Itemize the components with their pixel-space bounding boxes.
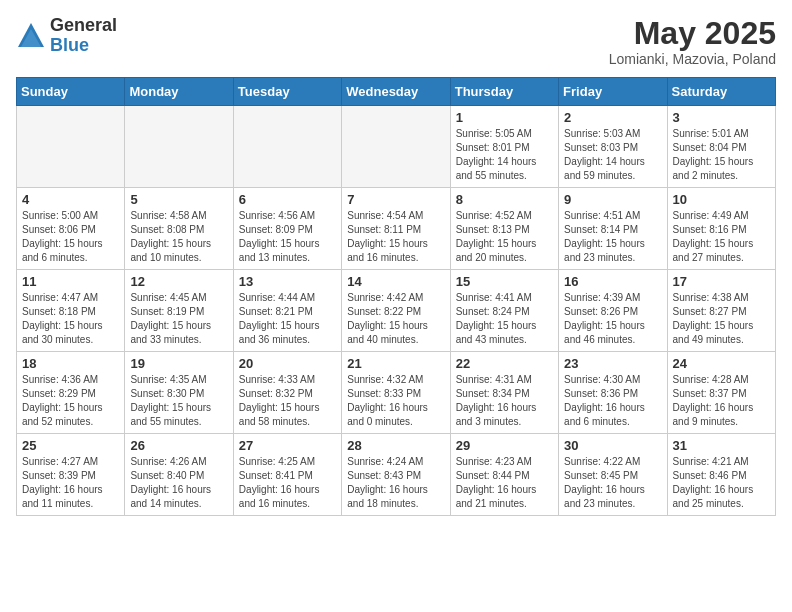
calendar-cell: 25Sunrise: 4:27 AMSunset: 8:39 PMDayligh… — [17, 434, 125, 516]
day-header-thursday: Thursday — [450, 78, 558, 106]
day-number: 29 — [456, 438, 553, 453]
day-header-sunday: Sunday — [17, 78, 125, 106]
day-info: Sunrise: 5:01 AMSunset: 8:04 PMDaylight:… — [673, 127, 770, 183]
day-number: 27 — [239, 438, 336, 453]
calendar-cell: 19Sunrise: 4:35 AMSunset: 8:30 PMDayligh… — [125, 352, 233, 434]
day-info: Sunrise: 4:35 AMSunset: 8:30 PMDaylight:… — [130, 373, 227, 429]
logo: General Blue — [16, 16, 117, 56]
title-section: May 2025 Lomianki, Mazovia, Poland — [609, 16, 776, 67]
calendar-cell: 5Sunrise: 4:58 AMSunset: 8:08 PMDaylight… — [125, 188, 233, 270]
calendar-week-row: 18Sunrise: 4:36 AMSunset: 8:29 PMDayligh… — [17, 352, 776, 434]
calendar-cell: 3Sunrise: 5:01 AMSunset: 8:04 PMDaylight… — [667, 106, 775, 188]
day-info: Sunrise: 4:54 AMSunset: 8:11 PMDaylight:… — [347, 209, 444, 265]
day-info: Sunrise: 4:58 AMSunset: 8:08 PMDaylight:… — [130, 209, 227, 265]
calendar-cell: 30Sunrise: 4:22 AMSunset: 8:45 PMDayligh… — [559, 434, 667, 516]
day-header-monday: Monday — [125, 78, 233, 106]
day-number: 24 — [673, 356, 770, 371]
day-number: 22 — [456, 356, 553, 371]
day-info: Sunrise: 4:39 AMSunset: 8:26 PMDaylight:… — [564, 291, 661, 347]
calendar-cell: 17Sunrise: 4:38 AMSunset: 8:27 PMDayligh… — [667, 270, 775, 352]
day-number: 21 — [347, 356, 444, 371]
day-number: 6 — [239, 192, 336, 207]
day-info: Sunrise: 4:21 AMSunset: 8:46 PMDaylight:… — [673, 455, 770, 511]
calendar-cell: 6Sunrise: 4:56 AMSunset: 8:09 PMDaylight… — [233, 188, 341, 270]
day-info: Sunrise: 4:23 AMSunset: 8:44 PMDaylight:… — [456, 455, 553, 511]
day-number: 4 — [22, 192, 119, 207]
day-info: Sunrise: 4:45 AMSunset: 8:19 PMDaylight:… — [130, 291, 227, 347]
day-number: 16 — [564, 274, 661, 289]
day-info: Sunrise: 4:27 AMSunset: 8:39 PMDaylight:… — [22, 455, 119, 511]
day-number: 14 — [347, 274, 444, 289]
day-number: 13 — [239, 274, 336, 289]
calendar-cell: 16Sunrise: 4:39 AMSunset: 8:26 PMDayligh… — [559, 270, 667, 352]
day-header-friday: Friday — [559, 78, 667, 106]
calendar-cell: 20Sunrise: 4:33 AMSunset: 8:32 PMDayligh… — [233, 352, 341, 434]
day-info: Sunrise: 4:30 AMSunset: 8:36 PMDaylight:… — [564, 373, 661, 429]
day-header-wednesday: Wednesday — [342, 78, 450, 106]
location-subtitle: Lomianki, Mazovia, Poland — [609, 51, 776, 67]
calendar-week-row: 1Sunrise: 5:05 AMSunset: 8:01 PMDaylight… — [17, 106, 776, 188]
calendar-cell: 23Sunrise: 4:30 AMSunset: 8:36 PMDayligh… — [559, 352, 667, 434]
calendar-cell: 21Sunrise: 4:32 AMSunset: 8:33 PMDayligh… — [342, 352, 450, 434]
month-title: May 2025 — [609, 16, 776, 51]
calendar-cell: 18Sunrise: 4:36 AMSunset: 8:29 PMDayligh… — [17, 352, 125, 434]
day-number: 25 — [22, 438, 119, 453]
day-info: Sunrise: 4:51 AMSunset: 8:14 PMDaylight:… — [564, 209, 661, 265]
day-number: 30 — [564, 438, 661, 453]
day-number: 7 — [347, 192, 444, 207]
calendar-cell: 2Sunrise: 5:03 AMSunset: 8:03 PMDaylight… — [559, 106, 667, 188]
calendar-cell: 28Sunrise: 4:24 AMSunset: 8:43 PMDayligh… — [342, 434, 450, 516]
logo-blue-text: Blue — [50, 36, 117, 56]
calendar-cell: 27Sunrise: 4:25 AMSunset: 8:41 PMDayligh… — [233, 434, 341, 516]
calendar-table: SundayMondayTuesdayWednesdayThursdayFrid… — [16, 77, 776, 516]
day-number: 3 — [673, 110, 770, 125]
day-info: Sunrise: 4:31 AMSunset: 8:34 PMDaylight:… — [456, 373, 553, 429]
calendar-cell: 14Sunrise: 4:42 AMSunset: 8:22 PMDayligh… — [342, 270, 450, 352]
calendar-cell: 13Sunrise: 4:44 AMSunset: 8:21 PMDayligh… — [233, 270, 341, 352]
day-number: 26 — [130, 438, 227, 453]
day-info: Sunrise: 4:36 AMSunset: 8:29 PMDaylight:… — [22, 373, 119, 429]
day-header-tuesday: Tuesday — [233, 78, 341, 106]
day-number: 5 — [130, 192, 227, 207]
day-info: Sunrise: 4:24 AMSunset: 8:43 PMDaylight:… — [347, 455, 444, 511]
calendar-cell: 1Sunrise: 5:05 AMSunset: 8:01 PMDaylight… — [450, 106, 558, 188]
day-number: 10 — [673, 192, 770, 207]
day-number: 18 — [22, 356, 119, 371]
day-info: Sunrise: 4:28 AMSunset: 8:37 PMDaylight:… — [673, 373, 770, 429]
calendar-cell — [342, 106, 450, 188]
day-number: 11 — [22, 274, 119, 289]
logo-general-text: General — [50, 16, 117, 36]
day-info: Sunrise: 4:44 AMSunset: 8:21 PMDaylight:… — [239, 291, 336, 347]
day-number: 15 — [456, 274, 553, 289]
calendar-cell: 26Sunrise: 4:26 AMSunset: 8:40 PMDayligh… — [125, 434, 233, 516]
day-info: Sunrise: 4:42 AMSunset: 8:22 PMDaylight:… — [347, 291, 444, 347]
calendar-week-row: 11Sunrise: 4:47 AMSunset: 8:18 PMDayligh… — [17, 270, 776, 352]
page-header: General Blue May 2025 Lomianki, Mazovia,… — [16, 16, 776, 67]
day-info: Sunrise: 4:41 AMSunset: 8:24 PMDaylight:… — [456, 291, 553, 347]
day-info: Sunrise: 5:05 AMSunset: 8:01 PMDaylight:… — [456, 127, 553, 183]
calendar-week-row: 4Sunrise: 5:00 AMSunset: 8:06 PMDaylight… — [17, 188, 776, 270]
calendar-cell: 31Sunrise: 4:21 AMSunset: 8:46 PMDayligh… — [667, 434, 775, 516]
calendar-cell: 9Sunrise: 4:51 AMSunset: 8:14 PMDaylight… — [559, 188, 667, 270]
day-info: Sunrise: 4:25 AMSunset: 8:41 PMDaylight:… — [239, 455, 336, 511]
day-info: Sunrise: 5:00 AMSunset: 8:06 PMDaylight:… — [22, 209, 119, 265]
calendar-cell: 8Sunrise: 4:52 AMSunset: 8:13 PMDaylight… — [450, 188, 558, 270]
calendar-cell: 22Sunrise: 4:31 AMSunset: 8:34 PMDayligh… — [450, 352, 558, 434]
calendar-cell: 12Sunrise: 4:45 AMSunset: 8:19 PMDayligh… — [125, 270, 233, 352]
day-info: Sunrise: 4:47 AMSunset: 8:18 PMDaylight:… — [22, 291, 119, 347]
day-info: Sunrise: 4:38 AMSunset: 8:27 PMDaylight:… — [673, 291, 770, 347]
day-info: Sunrise: 4:56 AMSunset: 8:09 PMDaylight:… — [239, 209, 336, 265]
day-header-saturday: Saturday — [667, 78, 775, 106]
calendar-cell: 29Sunrise: 4:23 AMSunset: 8:44 PMDayligh… — [450, 434, 558, 516]
day-info: Sunrise: 4:33 AMSunset: 8:32 PMDaylight:… — [239, 373, 336, 429]
day-info: Sunrise: 4:22 AMSunset: 8:45 PMDaylight:… — [564, 455, 661, 511]
calendar-cell: 24Sunrise: 4:28 AMSunset: 8:37 PMDayligh… — [667, 352, 775, 434]
calendar-week-row: 25Sunrise: 4:27 AMSunset: 8:39 PMDayligh… — [17, 434, 776, 516]
calendar-cell: 11Sunrise: 4:47 AMSunset: 8:18 PMDayligh… — [17, 270, 125, 352]
day-number: 9 — [564, 192, 661, 207]
day-number: 2 — [564, 110, 661, 125]
logo-icon — [16, 21, 46, 51]
calendar-cell: 15Sunrise: 4:41 AMSunset: 8:24 PMDayligh… — [450, 270, 558, 352]
day-number: 12 — [130, 274, 227, 289]
day-info: Sunrise: 4:32 AMSunset: 8:33 PMDaylight:… — [347, 373, 444, 429]
